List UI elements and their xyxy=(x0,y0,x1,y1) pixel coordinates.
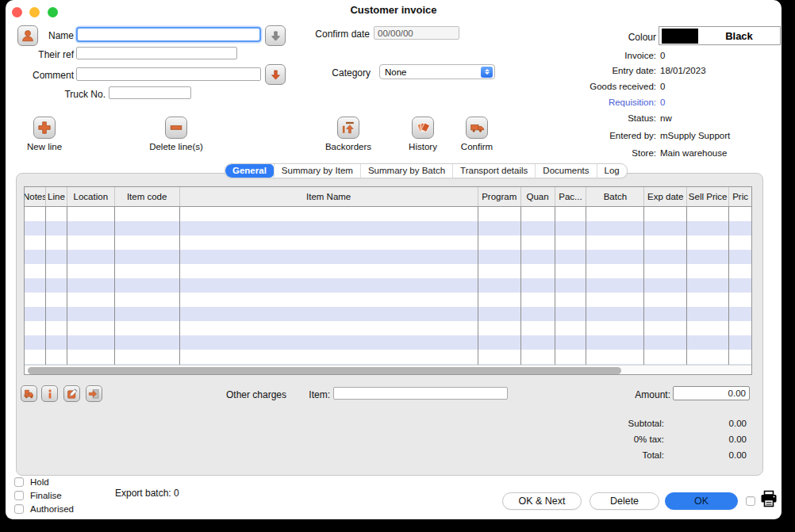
invoice-value: 0 xyxy=(660,51,665,60)
requisition-label: Requisition: xyxy=(482,98,656,107)
truck-no-input[interactable] xyxy=(109,86,191,99)
confirm-button[interactable] xyxy=(466,117,488,139)
print-checkbox[interactable] xyxy=(746,496,755,506)
import-lines-button[interactable] xyxy=(86,385,102,402)
table-body[interactable] xyxy=(25,207,751,365)
total-row: Total: 0.00 xyxy=(561,450,767,461)
column-header-price-ext[interactable]: Pric xyxy=(729,187,751,206)
printer-icon xyxy=(759,489,778,508)
column-header-item-name[interactable]: Item Name xyxy=(180,187,478,206)
entered-by-label: Entered by: xyxy=(482,131,656,140)
horizontal-scrollbar[interactable] xyxy=(25,365,751,374)
line-info-button[interactable] xyxy=(41,385,58,402)
table-grid-lines xyxy=(25,207,751,365)
edit-note-button[interactable] xyxy=(63,385,80,402)
tab-general[interactable]: General xyxy=(225,164,274,178)
truck-icon xyxy=(470,121,485,136)
charge-item-input[interactable] xyxy=(333,387,508,400)
confirm-date-label: Confirm date xyxy=(306,29,370,40)
history-button[interactable] xyxy=(412,117,434,139)
column-header-location[interactable]: Location xyxy=(67,187,115,206)
ok-button[interactable]: OK xyxy=(665,492,738,510)
category-select[interactable]: None xyxy=(379,64,495,79)
tab-transport-details[interactable]: Transport details xyxy=(452,164,535,178)
column-header-program[interactable]: Program xyxy=(478,187,521,206)
column-header-quan[interactable]: Quan xyxy=(521,187,555,206)
invoice-label: Invoice: xyxy=(482,51,656,60)
table-header: Notes Line Location Item code Item Name … xyxy=(25,187,751,207)
entry-date-row: Entry date: 18/01/2023 xyxy=(482,66,775,78)
delete-lines-button[interactable] xyxy=(165,117,187,139)
column-header-batch[interactable]: Batch xyxy=(586,187,644,206)
entry-date-label: Entry date: xyxy=(482,66,656,75)
store-value: Main warehouse xyxy=(660,148,727,158)
new-line-button[interactable] xyxy=(33,117,56,139)
tab-summary-by-item[interactable]: Summary by Item xyxy=(274,164,360,178)
other-charges-label: Other charges xyxy=(209,389,304,400)
backorders-icon xyxy=(341,121,355,135)
delete-button[interactable]: Delete xyxy=(590,492,659,510)
tax-value: 0.00 xyxy=(667,434,747,444)
hold-checkbox[interactable] xyxy=(14,477,24,487)
status-label: Status: xyxy=(482,113,656,123)
column-header-notes[interactable]: Notes xyxy=(25,187,46,206)
new-line-label: New line xyxy=(9,142,80,151)
delete-lines-label: Delete line(s) xyxy=(140,142,212,151)
hold-label: Hold xyxy=(30,477,49,487)
minus-icon xyxy=(169,121,183,135)
store-row: Store: Main warehouse xyxy=(482,148,775,160)
amount-label: Amount: xyxy=(607,389,670,400)
info-icon xyxy=(44,388,56,400)
column-header-pack[interactable]: Pac... xyxy=(555,187,587,206)
tab-bar: General Summary by Item Summary by Batch… xyxy=(225,163,628,178)
column-header-exp-date[interactable]: Exp date xyxy=(644,187,687,206)
tax-row: 0% tax: 0.00 xyxy=(561,434,767,446)
name-label: Name xyxy=(34,30,74,41)
authorised-checkbox[interactable] xyxy=(14,504,24,514)
entered-by-row: Entered by: mSupply Support xyxy=(482,131,775,143)
status-value: nw xyxy=(660,113,672,123)
invoice-lines-table: Notes Line Location Item code Item Name … xyxy=(24,186,752,375)
column-header-item-code[interactable]: Item code xyxy=(115,187,180,206)
person-icon xyxy=(21,29,35,43)
invoice-row: Invoice: 0 xyxy=(482,51,775,63)
comment-label: Comment xyxy=(18,70,74,81)
name-input[interactable] xyxy=(76,27,261,42)
ok-and-next-button[interactable]: OK & Next xyxy=(502,492,582,510)
colour-swatch xyxy=(662,29,698,44)
tab-summary-by-batch[interactable]: Summary by Batch xyxy=(360,164,452,178)
subtotal-row: Subtotal: 0.00 xyxy=(561,419,767,430)
arrow-into-box-icon xyxy=(88,388,100,400)
goods-received-row: Goods received: 0 xyxy=(482,82,775,94)
tab-log[interactable]: Log xyxy=(597,164,627,178)
backorders-button[interactable] xyxy=(337,117,359,139)
confirm-date-input[interactable] xyxy=(374,26,459,40)
their-ref-label: Their ref xyxy=(18,49,74,60)
pencil-note-icon xyxy=(66,388,78,400)
entered-by-value: mSupply Support xyxy=(660,131,730,140)
tax-label: 0% tax: xyxy=(561,434,664,444)
subtotal-value: 0.00 xyxy=(667,419,747,428)
their-ref-input[interactable] xyxy=(76,47,237,59)
tab-documents[interactable]: Documents xyxy=(535,164,596,178)
print-button[interactable] xyxy=(759,489,778,508)
comment-expand-button[interactable] xyxy=(265,64,286,85)
charge-item-label: Item: xyxy=(290,389,330,400)
requisition-row: Requisition: 0 xyxy=(482,98,775,109)
stock-distribution-button[interactable] xyxy=(21,385,37,402)
amount-input[interactable] xyxy=(673,386,750,400)
colour-picker[interactable]: Black xyxy=(659,26,781,45)
subtotal-label: Subtotal: xyxy=(561,419,664,428)
plus-icon xyxy=(37,121,52,135)
red-down-arrow-icon xyxy=(270,69,282,81)
finalise-checkbox[interactable] xyxy=(14,491,24,500)
finalise-label: Finalise xyxy=(30,491,62,500)
requisition-link[interactable]: 0 xyxy=(660,98,665,107)
comment-input[interactable] xyxy=(76,67,261,81)
horizontal-scrollbar-thumb[interactable] xyxy=(28,367,621,374)
column-header-line[interactable]: Line xyxy=(46,187,67,206)
name-dropdown-button[interactable] xyxy=(265,25,286,46)
column-header-sell-price[interactable]: Sell Price xyxy=(687,187,729,206)
total-value: 0.00 xyxy=(667,450,747,460)
total-label: Total: xyxy=(561,450,664,460)
